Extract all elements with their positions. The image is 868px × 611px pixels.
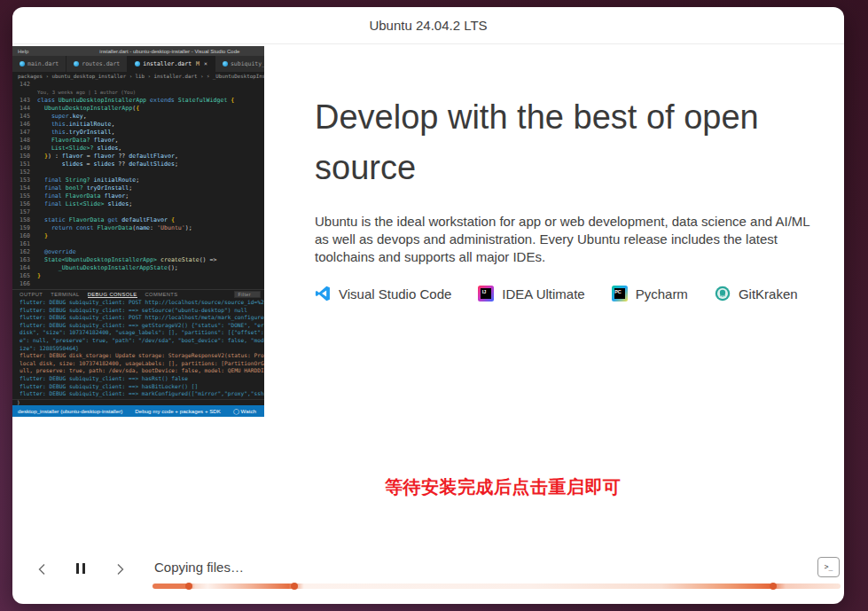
vscode-tab-subiquity_client.dart: subiquity_client.dart bbox=[215, 56, 264, 72]
code-line: 153 final String? initialRoute; bbox=[12, 176, 264, 184]
code-token: defaultFlavor bbox=[121, 216, 171, 224]
line-number: 146 bbox=[12, 121, 30, 129]
line-number: 144 bbox=[12, 105, 30, 113]
vscode-panel-tab: COMMENTS bbox=[145, 292, 178, 297]
code-token: StatefulWidget bbox=[178, 97, 231, 105]
code-token bbox=[37, 176, 44, 184]
line-number: 154 bbox=[12, 184, 30, 192]
line-number: 159 bbox=[12, 224, 30, 232]
vscode-tab-installer.dart: installer.dartM× bbox=[128, 56, 215, 72]
line-number: 152 bbox=[12, 168, 30, 176]
code-token: this bbox=[51, 129, 66, 137]
line-number: 162 bbox=[12, 248, 30, 256]
code-token: FlavorData bbox=[98, 224, 133, 232]
code-token: bool? bbox=[66, 184, 83, 192]
tool-label: GitKraken bbox=[739, 286, 798, 302]
code-token: { bbox=[231, 97, 234, 105]
line-number bbox=[12, 89, 30, 97]
code-token: defaultFlavor bbox=[129, 153, 175, 161]
code-token: { bbox=[171, 216, 175, 224]
code-token bbox=[37, 105, 44, 113]
vscode-tab-label: subiquity_client.dart bbox=[231, 60, 264, 67]
code-token: , bbox=[175, 153, 178, 161]
console-line: flutter: DEBUG disk_storage: Update stor… bbox=[20, 352, 264, 360]
code-token: extends bbox=[150, 97, 178, 105]
code-token: initialRoute bbox=[94, 176, 137, 184]
code-token: initialRoute bbox=[69, 121, 112, 129]
code-token: , bbox=[111, 121, 114, 129]
filter-input: Filter bbox=[234, 291, 261, 298]
install-progress-bar bbox=[152, 584, 841, 589]
code-token: String? bbox=[66, 176, 90, 184]
code-token bbox=[37, 264, 59, 272]
tool-item: PCPycharm bbox=[612, 286, 688, 302]
vscode-menubar: Help installer.dart - ubuntu-desktop-ins… bbox=[12, 46, 264, 56]
code-token: , bbox=[114, 137, 118, 145]
code-token: FlavorData? bbox=[51, 137, 90, 145]
install-status-label: Copying files… bbox=[154, 560, 244, 575]
vscode-panel-tab: TERMINAL bbox=[51, 292, 80, 297]
line-number: 164 bbox=[12, 264, 30, 272]
tools-row: Visual Studio CodeIJIDEA UltimatePCPycha… bbox=[315, 286, 833, 302]
code-line: 152 bbox=[12, 168, 264, 176]
code-token: name bbox=[136, 224, 150, 232]
console-line: ize": 12885950464} bbox=[20, 345, 264, 353]
vscode-tab-label: main.dart bbox=[27, 60, 59, 67]
code-token bbox=[37, 248, 44, 256]
dart-icon bbox=[74, 61, 79, 67]
vscode-tab-label: installer.dart bbox=[143, 60, 192, 67]
code-token: ?? bbox=[114, 161, 129, 168]
code-token bbox=[37, 113, 51, 121]
line-number: 142 bbox=[12, 81, 30, 89]
code-line: 147 this.tryOrInstall, bbox=[12, 129, 264, 137]
code-line: 146 this.initialRoute, bbox=[12, 121, 264, 129]
code-token bbox=[37, 145, 51, 153]
code-token: { bbox=[136, 105, 139, 113]
code-line: 156 final List<Slide> slides; bbox=[12, 200, 264, 208]
installer-window: Ubuntu 24.04.2 LTS Help installer.dart -… bbox=[12, 7, 844, 604]
line-number: 155 bbox=[12, 192, 30, 200]
slide-forward-button[interactable] bbox=[112, 562, 128, 576]
terminal-button[interactable]: >_ bbox=[817, 557, 840, 577]
git-modified-badge: M bbox=[196, 60, 199, 67]
slide-heading: Develop with the best of open source bbox=[315, 92, 825, 193]
slideshow-pause-button[interactable] bbox=[73, 562, 89, 576]
code-token: ; bbox=[136, 176, 139, 184]
code-token: _UbuntuDesktopInstallerAppState bbox=[59, 264, 168, 272]
code-token: slides bbox=[98, 145, 119, 153]
code-line: 157 bbox=[12, 208, 264, 216]
code-token: (); bbox=[168, 264, 178, 272]
code-token: , bbox=[118, 145, 121, 153]
line-number: 147 bbox=[12, 129, 30, 137]
code-token: slides bbox=[94, 161, 115, 168]
dart-icon bbox=[223, 61, 228, 67]
line-number: 157 bbox=[12, 208, 30, 216]
window-titlebar: Ubuntu 24.04.2 LTS bbox=[12, 7, 844, 44]
console-line: e": null, "preserve": true, "path": "/de… bbox=[20, 337, 264, 345]
code-token: get bbox=[107, 216, 121, 224]
code-token: ) : bbox=[48, 153, 62, 161]
code-token: flavor bbox=[62, 153, 83, 161]
line-number: 158 bbox=[12, 216, 30, 224]
code-token: ); bbox=[185, 224, 192, 232]
code-token: flavor bbox=[104, 192, 125, 200]
code-token: static bbox=[44, 216, 69, 224]
code-token: UbuntuDesktopInstallerApp bbox=[59, 97, 150, 105]
code-token: ; bbox=[129, 200, 132, 208]
code-token bbox=[37, 256, 44, 264]
statusbar-item: ◯ Watch bbox=[233, 408, 256, 414]
code-token bbox=[37, 232, 44, 240]
code-token bbox=[37, 153, 44, 161]
slide-content: Develop with the best of open source Ubu… bbox=[315, 92, 833, 302]
slide-back-button[interactable] bbox=[34, 562, 50, 576]
code-token bbox=[37, 161, 62, 168]
console-line: disk", "size": 107374182400, "usage_labe… bbox=[20, 329, 264, 337]
tool-item: IJIDEA Ultimate bbox=[478, 286, 584, 302]
code-token: ; bbox=[125, 192, 129, 200]
code-token: 'Ubuntu' bbox=[157, 224, 185, 232]
vscode-tab-main.dart: main.dart bbox=[12, 56, 66, 72]
code-line: 164 _UbuntuDesktopInstallerAppState(); bbox=[12, 264, 264, 272]
code-token: ; bbox=[175, 161, 178, 168]
tool-item: Visual Studio Code bbox=[315, 286, 451, 302]
pause-icon bbox=[76, 563, 86, 576]
